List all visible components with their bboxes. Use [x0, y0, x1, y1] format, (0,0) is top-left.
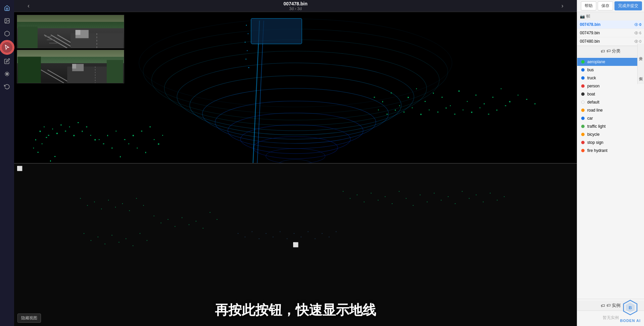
point-cloud-view[interactable]	[14, 12, 577, 163]
svg-rect-196	[294, 233, 294, 234]
svg-rect-66	[391, 92, 392, 93]
class-item-car[interactable]: car	[577, 114, 644, 122]
svg-point-204	[636, 33, 637, 34]
svg-rect-89	[420, 114, 422, 115]
logo-hexagon-icon: B	[622, 299, 639, 316]
finish-submit-button[interactable]: 完成并提交	[614, 1, 642, 10]
svg-rect-135	[87, 205, 88, 206]
cube-icon[interactable]	[2, 28, 12, 39]
svg-rect-53	[141, 131, 142, 132]
svg-point-6	[177, 63, 414, 131]
next-frame-button[interactable]: ›	[558, 1, 567, 11]
class-item-truck[interactable]: truck	[577, 74, 644, 82]
svg-rect-194	[280, 231, 280, 232]
svg-rect-124	[76, 30, 81, 35]
svg-rect-97	[488, 114, 489, 115]
2d-view[interactable]: ⬜ ⬜ 再按此按钮，快速显示地线 隐藏视图	[14, 163, 577, 326]
svg-rect-184	[483, 202, 484, 202]
svg-rect-185	[490, 193, 491, 194]
svg-rect-152	[140, 233, 140, 234]
svg-rect-38	[73, 135, 75, 136]
svg-rect-164	[343, 191, 343, 192]
svg-rect-31	[52, 129, 53, 130]
class-item-fire-hydrant[interactable]: fire hydrant	[577, 147, 644, 155]
file-count-0: 0	[634, 23, 641, 27]
svg-rect-181	[462, 191, 462, 192]
svg-rect-62	[90, 135, 91, 136]
svg-rect-68	[408, 97, 409, 98]
classification-panel: 🏷 🏷 分类 aeroplane bus truck person	[577, 46, 644, 299]
svg-rect-83	[535, 103, 536, 105]
instance-title: 🏷 实例	[606, 302, 621, 309]
svg-rect-183	[476, 195, 476, 195]
2d-view-center-icon: ⬜	[293, 242, 298, 247]
svg-rect-188	[238, 233, 238, 234]
undo-icon[interactable]	[2, 81, 12, 92]
svg-rect-132	[18, 57, 41, 83]
prev-frame-button[interactable]: ‹	[24, 1, 33, 11]
svg-line-116	[51, 35, 74, 48]
classification-label: 分类	[637, 44, 644, 64]
svg-line-19	[251, 21, 260, 163]
svg-rect-202	[336, 231, 336, 232]
class-item-person[interactable]: person	[577, 82, 644, 90]
pencil-icon[interactable]	[2, 56, 12, 67]
svg-rect-33	[42, 144, 43, 145]
svg-rect-24	[247, 50, 248, 51]
file-item-2[interactable]: 007480.bin 0	[577, 37, 644, 46]
class-item-bicycle[interactable]: bicycle	[577, 130, 644, 138]
class-item-stop-sign[interactable]: stop sign	[577, 138, 644, 147]
hide-view-button[interactable]: 隐藏视图	[17, 314, 41, 323]
class-dot-traffic-light	[581, 125, 585, 128]
class-item-road-line[interactable]: road line	[577, 106, 644, 114]
svg-rect-25	[245, 59, 246, 60]
svg-rect-179	[448, 196, 449, 197]
class-label-traffic-light: traffic light	[587, 124, 640, 129]
save-button[interactable]: 保存	[598, 1, 613, 10]
camera-thumb-2[interactable]	[17, 50, 124, 83]
svg-rect-80	[509, 101, 510, 103]
svg-rect-82	[526, 99, 527, 100]
file-count-2: 0	[634, 39, 641, 43]
class-label-car: car	[587, 116, 640, 121]
svg-rect-142	[136, 198, 137, 199]
file-item-1[interactable]: 007479.bin 6	[577, 29, 644, 37]
classification-list: aeroplane bus truck person boat	[577, 56, 644, 299]
svg-point-205	[636, 41, 637, 42]
image-icon[interactable]	[2, 15, 12, 26]
svg-rect-79	[501, 88, 502, 89]
class-label-stop-sign: stop sign	[587, 140, 640, 145]
help-button[interactable]: 帮助	[581, 1, 596, 10]
svg-rect-69	[416, 88, 417, 89]
svg-rect-102	[251, 18, 302, 44]
class-dot-default	[581, 100, 585, 104]
home-icon[interactable]	[2, 3, 12, 13]
svg-rect-95	[471, 112, 472, 113]
snowflake-icon[interactable]	[2, 69, 12, 79]
svg-rect-170	[385, 196, 385, 197]
pointer-icon[interactable]	[1, 41, 13, 54]
svg-rect-34	[46, 137, 47, 138]
class-item-boat[interactable]: boat	[577, 90, 644, 98]
svg-rect-23	[245, 42, 246, 43]
svg-rect-71	[433, 92, 434, 94]
svg-rect-175	[420, 195, 420, 195]
class-item-bus[interactable]: bus	[577, 66, 644, 74]
class-item-default[interactable]: default	[577, 98, 644, 106]
camera-thumb-1[interactable]	[17, 15, 124, 48]
svg-line-127	[47, 70, 71, 83]
svg-rect-195	[287, 238, 287, 239]
svg-point-7	[190, 76, 401, 135]
svg-rect-48	[120, 156, 121, 157]
svg-rect-72	[442, 97, 443, 98]
svg-point-14	[279, 160, 313, 163]
svg-rect-91	[437, 112, 439, 113]
class-label-boat: boat	[587, 92, 640, 96]
class-item-aeroplane[interactable]: aeroplane	[577, 58, 644, 66]
svg-rect-187	[504, 196, 505, 197]
file-item-0[interactable]: 007478.bin 0	[577, 21, 644, 29]
svg-rect-36	[65, 131, 66, 132]
right-panel: 帮助 保存 完成并提交 📷 帧 007478.bin 0 007479.bin …	[577, 0, 644, 326]
class-item-traffic-light[interactable]: traffic light	[577, 122, 644, 130]
svg-rect-180	[455, 203, 456, 204]
